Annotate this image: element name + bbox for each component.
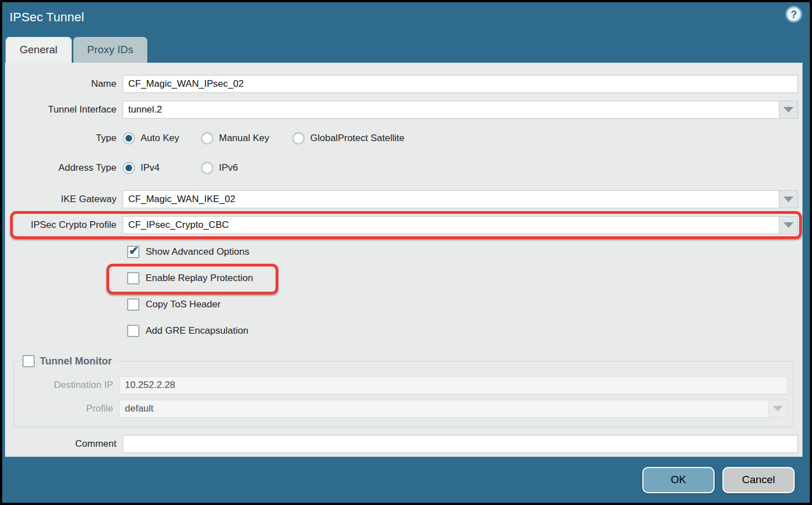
profile-label: Profile [14,403,119,414]
type-row: Type Auto Key Manual Key GlobalProtect S… [5,131,798,146]
tunnel-monitor-legend: Tunnel Monitor [18,355,116,367]
ike-gateway-dropdown-button[interactable] [779,190,798,208]
dialog-footer: OK Cancel [2,457,810,503]
help-icon[interactable]: ? [786,7,801,22]
add-gre-encapsulation-label: Add GRE Encapsulation [146,325,248,336]
add-gre-encapsulation-row: Add GRE Encapsulation [5,324,798,338]
radio-ipv6-label: IPv6 [219,162,238,174]
tunnel-interface-row: Tunnel Interface tunnel.2 [5,101,798,119]
address-type-option-ipv6[interactable]: IPv6 [201,162,238,174]
general-tab-panel: Name CF_Magic_WAN_IPsec_02 Tunnel Interf… [5,63,802,457]
radio-manual-key-label: Manual Key [219,133,269,144]
tab-general[interactable]: General [6,37,72,63]
chevron-down-icon [783,107,794,113]
enable-replay-protection-checkbox[interactable] [127,272,139,284]
comment-row: Comment [5,435,798,453]
ipsec-crypto-profile-select: CF_IPsec_Crypto_CBC [123,216,798,234]
enable-replay-protection-label: Enable Replay Protection [146,273,253,284]
add-gre-encapsulation-checkbox[interactable] [127,325,139,337]
show-advanced-options-label: Show Advanced Options [146,246,249,258]
name-label: Name [5,78,123,90]
radio-manual-key[interactable] [201,132,213,144]
address-type-option-ipv4[interactable]: IPv4 [123,162,201,174]
radio-auto-key-label: Auto Key [141,133,179,144]
ipsec-crypto-profile-input[interactable]: CF_IPsec_Crypto_CBC [123,216,779,234]
radio-auto-key[interactable] [123,132,135,144]
ipsec-crypto-profile-dropdown-button[interactable] [779,216,798,234]
tunnel-interface-label: Tunnel Interface [5,104,123,115]
profile-row: Profile default [14,400,787,418]
ipsec-crypto-profile-label: IPSec Crypto Profile [5,219,123,231]
ok-button[interactable]: OK [642,467,715,493]
tab-bar: General Proxy IDs [6,37,147,63]
copy-tos-header-label: Copy ToS Header [146,299,221,310]
tunnel-interface-dropdown-button[interactable] [779,101,798,119]
address-type-row: Address Type IPv4 IPv6 [5,161,798,175]
ike-gateway-select: CF_Magic_WAN_IKE_02 [123,190,798,208]
radio-ipv4[interactable] [123,162,135,174]
type-option-auto-key[interactable]: Auto Key [123,132,201,144]
type-option-manual-key[interactable]: Manual Key [201,132,292,144]
comment-label: Comment [5,438,123,450]
radio-ipv6[interactable] [201,162,213,174]
enable-replay-protection-row: Enable Replay Protection [5,271,798,286]
tunnel-monitor-group: Tunnel Monitor Destination IP 10.252.2.2… [13,355,794,427]
tab-proxy-ids[interactable]: Proxy IDs [73,37,147,63]
profile-input: default [119,400,768,418]
destination-ip-label: Destination IP [14,380,119,391]
ike-gateway-row: IKE Gateway CF_Magic_WAN_IKE_02 [5,190,798,208]
cancel-button[interactable]: Cancel [722,467,795,493]
show-advanced-options-row: Show Advanced Options [5,245,798,259]
radio-globalprotect-satellite[interactable] [292,132,305,144]
chevron-down-icon [773,406,783,412]
profile-dropdown-button [768,400,787,418]
show-advanced-options-checkbox[interactable] [127,246,139,258]
tunnel-interface-select: tunnel.2 [123,101,798,119]
ike-gateway-label: IKE Gateway [5,194,123,205]
ipsec-crypto-profile-row: IPSec Crypto Profile CF_IPsec_Crypto_CBC [5,216,798,234]
ipsec-tunnel-dialog: IPSec Tunnel ? General Proxy IDs Name CF… [2,2,810,503]
copy-tos-header-checkbox[interactable] [127,298,139,311]
address-type-label: Address Type [5,162,123,174]
name-row: Name CF_Magic_WAN_IPsec_02 [5,75,798,93]
destination-ip-row: Destination IP 10.252.2.28 [14,376,787,394]
dialog-titlebar: IPSec Tunnel ? [2,2,810,35]
chevron-down-icon [783,222,794,228]
radio-globalprotect-satellite-label: GlobalProtect Satellite [310,133,404,144]
type-option-globalprotect-satellite[interactable]: GlobalProtect Satellite [292,132,404,144]
destination-ip-input: 10.252.2.28 [119,376,787,394]
comment-input[interactable] [123,435,798,453]
screen: IPSec Tunnel ? General Proxy IDs Name CF… [0,0,812,505]
tunnel-monitor-label: Tunnel Monitor [40,356,112,367]
dialog-title: IPSec Tunnel [10,10,84,25]
chevron-down-icon [783,197,794,202]
tunnel-interface-input[interactable]: tunnel.2 [123,101,779,119]
radio-ipv4-label: IPv4 [141,162,160,174]
name-input[interactable]: CF_Magic_WAN_IPsec_02 [123,75,798,93]
tunnel-monitor-checkbox[interactable] [22,355,35,367]
profile-select: default [119,400,787,418]
ike-gateway-input[interactable]: CF_Magic_WAN_IKE_02 [123,190,779,208]
copy-tos-header-row: Copy ToS Header [5,297,798,312]
type-label: Type [5,133,123,144]
